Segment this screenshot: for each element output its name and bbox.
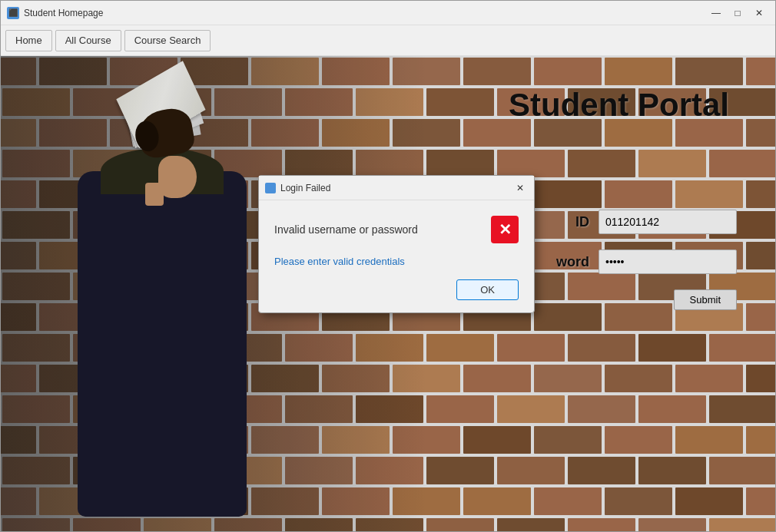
ok-button[interactable]: OK: [456, 279, 519, 300]
dialog-body: Invalid username or password ✕ Please en…: [259, 200, 534, 312]
window-icon: ⬛: [7, 7, 19, 19]
title-bar: ⬛ Student Homepage — □ ✕: [1, 1, 775, 25]
dialog-hint: Please enter valid credentials: [274, 256, 519, 267]
dialog-close-button[interactable]: ✕: [512, 181, 528, 195]
course-search-button[interactable]: Course Search: [124, 30, 211, 51]
menu-bar: Home All Course Course Search: [1, 25, 775, 56]
rest-message: username or password: [305, 223, 417, 236]
dialog-icon: [265, 183, 276, 193]
modal-overlay: Login Failed ✕ Invalid username or passw…: [1, 56, 775, 531]
window-title: Student Homepage: [24, 8, 706, 18]
dialog-title-bar: Login Failed ✕: [259, 176, 534, 200]
error-icon: ✕: [491, 216, 519, 243]
dialog-footer: OK: [274, 279, 519, 300]
error-x: ✕: [499, 220, 512, 239]
maximize-button[interactable]: □: [728, 5, 748, 21]
all-course-button[interactable]: All Course: [55, 30, 121, 51]
login-failed-dialog: Login Failed ✕ Invalid username or passw…: [258, 175, 535, 313]
home-button[interactable]: Home: [5, 30, 52, 51]
dialog-title: Login Failed: [280, 183, 512, 193]
invalid-text: Invalid: [274, 223, 305, 236]
window-controls: — □ ✕: [706, 5, 769, 21]
close-button[interactable]: ✕: [749, 5, 769, 21]
main-content: (function() { const colors = ['b1','b2',…: [1, 56, 775, 531]
dialog-top-row: Invalid username or password ✕: [274, 216, 519, 243]
dialog-message: Invalid username or password: [274, 223, 418, 236]
minimize-button[interactable]: —: [706, 5, 726, 21]
main-window: ⬛ Student Homepage — □ ✕ Home All Course…: [0, 0, 776, 532]
